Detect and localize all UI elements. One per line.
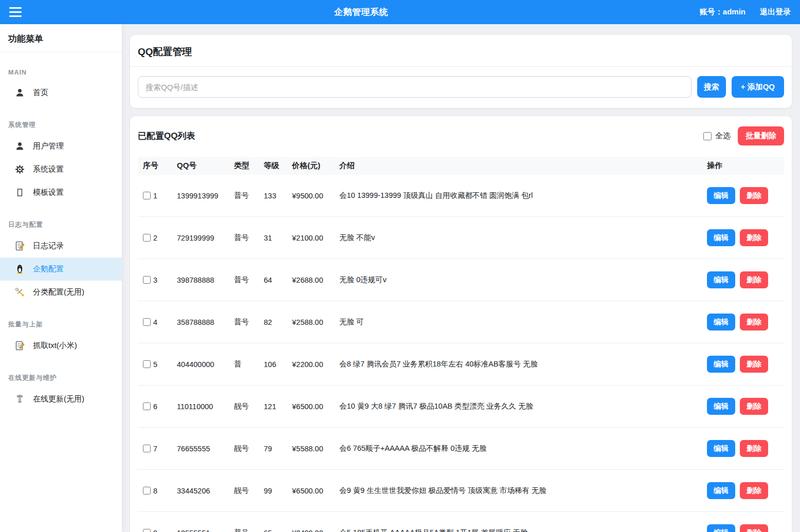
delete-button[interactable]: 删除 xyxy=(740,398,768,415)
logout-link[interactable]: 退出登录 xyxy=(760,7,791,17)
delete-button[interactable]: 删除 xyxy=(740,271,768,288)
row-qq-number: 404400000 xyxy=(172,343,229,386)
edit-button[interactable]: 编辑 xyxy=(707,314,735,331)
edit-button[interactable]: 编辑 xyxy=(707,271,735,288)
sidebar-item-label: 在线更新(无用) xyxy=(33,394,84,404)
row-type: 普 xyxy=(229,343,259,386)
list-card-title: 已配置QQ列表 xyxy=(138,130,195,142)
sidebar-divider xyxy=(0,52,122,52)
row-index: 3 xyxy=(153,276,157,284)
edit-button[interactable]: 编辑 xyxy=(707,482,735,499)
sidebar-item-memo-2-0[interactable]: 日志记录 xyxy=(0,234,122,258)
row-checkbox[interactable] xyxy=(143,445,151,452)
edit-button[interactable]: 编辑 xyxy=(707,187,735,204)
bulk-delete-button[interactable]: 批量删除 xyxy=(738,126,784,145)
col-header-level: 等级 xyxy=(259,157,287,175)
sidebar-item-label: 企鹅配置 xyxy=(33,264,64,274)
row-intro: 无脸 可 xyxy=(334,301,702,343)
col-header-index: 序号 xyxy=(138,157,172,175)
delete-button[interactable]: 删除 xyxy=(740,314,768,331)
tools-icon xyxy=(14,287,25,298)
row-checkbox[interactable] xyxy=(143,402,151,410)
clamp-icon xyxy=(14,394,25,405)
sidebar-item-template-1-2[interactable]: 模板设置 xyxy=(0,181,122,204)
row-type: 靓号 xyxy=(229,386,259,428)
delete-button[interactable]: 删除 xyxy=(740,356,768,373)
sidebar-menu: MAIN首页系统管理用户管理系统设置模板设置日志与配置日志记录企鹅配置分类配置(… xyxy=(0,66,122,411)
row-level: 64 xyxy=(259,259,287,301)
main-content: QQ配置管理 搜索 + 添加QQ 已配置QQ列表 全选 批量删除 xyxy=(122,24,800,532)
select-all-checkbox[interactable] xyxy=(703,132,712,140)
delete-button[interactable]: 删除 xyxy=(740,440,768,457)
sidebar-section-label: 批量与上架 xyxy=(0,317,122,334)
col-header-qq: QQ号 xyxy=(172,157,229,175)
row-checkbox[interactable] xyxy=(143,234,151,242)
user-icon xyxy=(14,87,25,98)
sidebar-section-label: 在线更新与维护 xyxy=(0,371,122,388)
col-header-price: 价格(元) xyxy=(287,157,334,175)
template-icon xyxy=(14,187,25,198)
sidebar-item-tools-2-2[interactable]: 分类配置(无用) xyxy=(0,281,122,304)
qq-list-card: 已配置QQ列表 全选 批量删除 序号 QQ号 类型 等级 价 xyxy=(130,116,792,532)
row-checkbox[interactable] xyxy=(143,192,151,199)
col-header-type: 类型 xyxy=(229,157,259,175)
config-card-title: QQ配置管理 xyxy=(138,45,784,59)
edit-button[interactable]: 编辑 xyxy=(707,398,735,415)
row-price: ¥9500.00 xyxy=(287,175,334,217)
row-checkbox[interactable] xyxy=(143,487,151,494)
row-intro: 无脸 不能v xyxy=(334,217,702,259)
delete-button[interactable]: 删除 xyxy=(740,524,768,532)
sidebar-item-label: 系统设置 xyxy=(33,164,64,174)
penguin-icon xyxy=(14,264,25,274)
edit-button[interactable]: 编辑 xyxy=(707,229,735,246)
row-level: 133 xyxy=(259,175,287,217)
sidebar-item-label: 日志记录 xyxy=(33,241,64,251)
edit-button[interactable]: 编辑 xyxy=(707,356,735,373)
sidebar-title: 功能菜单 xyxy=(0,24,122,52)
sidebar-item-memo-3-0[interactable]: 抓取txt(小米) xyxy=(0,334,122,357)
edit-button[interactable]: 编辑 xyxy=(707,440,735,457)
row-checkbox[interactable] xyxy=(143,318,151,326)
row-index: 4 xyxy=(153,318,157,326)
row-level: 106 xyxy=(259,343,287,386)
row-type: 靓号 xyxy=(229,470,259,512)
row-intro: 会5 185手机开 AAAAA极品5A类型 1开1尾 首尾呼应 无脸 xyxy=(334,512,702,532)
user-icon xyxy=(14,141,25,152)
row-price: ¥2588.00 xyxy=(287,301,334,343)
table-header-row: 序号 QQ号 类型 等级 价格(元) 介绍 操作 xyxy=(138,157,784,175)
edit-button[interactable]: 编辑 xyxy=(707,524,735,532)
row-intro: 会10 黄9 大8 绿7 腾讯7 极品10AB 类型漂亮 业务久久 无脸 xyxy=(334,386,702,428)
row-index: 2 xyxy=(153,234,157,242)
table-row: 776655555靓号79¥5588.00会6 765顺子+AAAAA 极品不解… xyxy=(138,428,784,470)
row-qq-number: 358788888 xyxy=(172,301,229,343)
config-card-divider xyxy=(130,66,792,67)
sidebar-item-clamp-4-0[interactable]: 在线更新(无用) xyxy=(0,388,122,411)
app-title: 企鹅管理系统 xyxy=(23,6,700,18)
delete-button[interactable]: 删除 xyxy=(740,482,768,499)
sidebar-item-penguin-2-1[interactable]: 企鹅配置 xyxy=(0,258,122,281)
row-checkbox[interactable] xyxy=(143,360,151,368)
add-qq-button[interactable]: + 添加QQ xyxy=(732,76,784,98)
row-checkbox[interactable] xyxy=(143,276,151,284)
row-price: ¥2200.00 xyxy=(287,343,334,386)
sidebar-item-gear-1-1[interactable]: 系统设置 xyxy=(0,158,122,181)
row-qq-number: 729199999 xyxy=(172,217,229,259)
row-qq-number: 33445206 xyxy=(172,470,229,512)
hamburger-menu-icon[interactable] xyxy=(9,7,23,17)
row-qq-number: 110110000 xyxy=(172,386,229,428)
row-checkbox[interactable] xyxy=(143,529,151,532)
sidebar-item-user-1-0[interactable]: 用户管理 xyxy=(0,135,122,158)
sidebar-item-label: 分类配置(无用) xyxy=(33,287,84,297)
sidebar-item-label: 首页 xyxy=(33,88,48,98)
sidebar-section-label: MAIN xyxy=(0,66,122,81)
sidebar-item-user-0-0[interactable]: 首页 xyxy=(0,81,122,104)
row-type: 靓号 xyxy=(229,428,259,470)
delete-button[interactable]: 删除 xyxy=(740,187,768,204)
row-qq-number: 1399913999 xyxy=(172,175,229,217)
search-button[interactable]: 搜索 xyxy=(697,76,726,98)
search-input[interactable] xyxy=(138,76,692,98)
select-all-control[interactable]: 全选 xyxy=(703,131,731,141)
delete-button[interactable]: 删除 xyxy=(740,229,768,246)
table-row: 833445206靓号99¥6500.00会9 黄9 生生世世我爱你妞 极品爱情… xyxy=(138,470,784,512)
row-price: ¥2100.00 xyxy=(287,217,334,259)
